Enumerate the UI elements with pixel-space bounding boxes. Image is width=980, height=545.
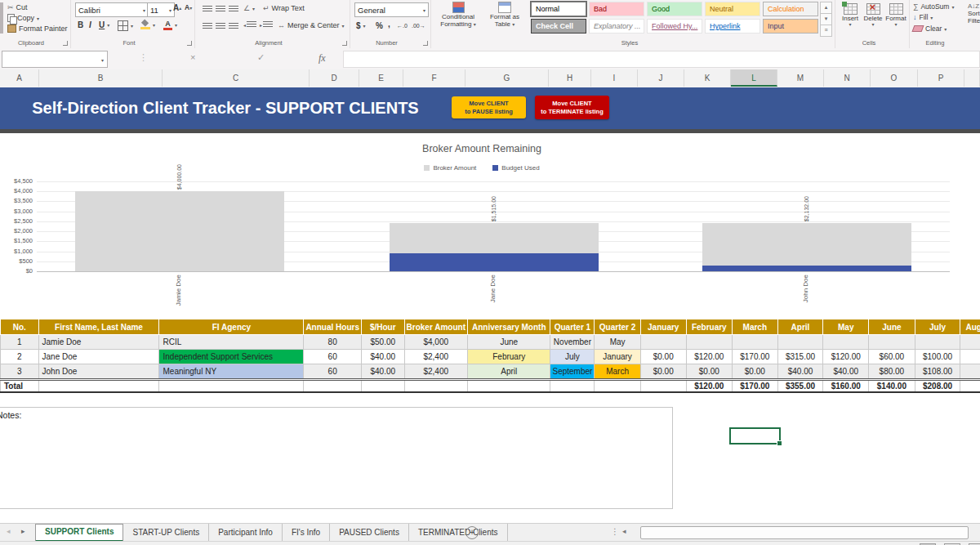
table-cell[interactable]: RCIL [159,335,304,350]
table-cell[interactable]: Jane Doe [38,350,159,364]
total-cell[interactable] [304,380,362,393]
table-cell[interactable]: July [550,350,595,364]
total-cell[interactable] [640,380,686,393]
merge-center-button[interactable]: ↔ Merge & Center ▾ [278,21,345,29]
copy-button[interactable]: Copy ▾ [7,14,39,22]
add-sheet-button[interactable]: + [466,526,479,539]
column-header-F[interactable]: F [403,69,466,87]
table-cell[interactable]: $170.00 [732,350,777,364]
total-cell[interactable] [404,380,467,393]
sheet-tab-fi-s-info[interactable]: FI's Info [283,524,330,541]
total-label-cell[interactable]: Total [1,380,39,393]
column-header-G[interactable]: G [466,69,549,87]
table-header-cell[interactable]: Anniversary Month [467,319,550,335]
table-header-cell[interactable]: May [823,319,869,335]
style-chip-followed-hy-[interactable]: Followed Hy... [647,19,702,34]
enter-button[interactable]: ✓ [257,52,265,63]
table-cell[interactable]: $40.00 [361,350,404,364]
table-header-cell[interactable]: April [777,319,823,335]
format-button[interactable]: Format ▾ [885,3,906,28]
font-name-select[interactable]: Calibri▾ [75,2,149,17]
column-header-E[interactable]: E [359,69,403,87]
table-header-cell[interactable]: Annual Hours [304,319,362,335]
fill-color-button[interactable]: ▾ [140,20,155,29]
table-cell[interactable]: 3 [1,364,39,380]
column-header-J[interactable]: J [638,69,684,87]
chart-area[interactable]: Broker Amount Remaining Broker AmountBud… [0,133,980,315]
total-cell[interactable] [960,380,980,393]
total-cell[interactable] [159,380,304,393]
column-header-A[interactable]: A [0,69,39,87]
dialog-launcher-icon[interactable] [187,41,192,46]
percent-button[interactable]: % [376,21,383,30]
table-header-cell[interactable]: No. [1,319,39,335]
column-header-I[interactable]: I [591,69,638,87]
align-top-icon[interactable] [203,6,212,12]
table-cell[interactable]: January [595,350,640,364]
table-cell[interactable]: March [595,364,640,380]
table-cell[interactable] [640,335,686,350]
style-chip-input[interactable]: Input [763,19,818,34]
total-cell[interactable]: $355.00 [777,380,823,393]
table-cell[interactable]: $0.00 [640,364,686,380]
more-handle-icon[interactable]: ⋮ [139,52,148,63]
column-header-O[interactable]: O [871,69,918,87]
style-chip-calculation[interactable]: Calculation [763,2,818,16]
align-middle-icon[interactable] [216,6,225,12]
column-header-L[interactable]: L [731,69,777,87]
table-cell[interactable]: $0.00 [686,364,732,380]
dialog-launcher-icon[interactable] [63,41,68,46]
paste-button-partial[interactable] [0,2,3,34]
column-header-C[interactable]: C [163,69,310,87]
table-cell[interactable]: 1 [1,335,39,350]
style-chip-neutral[interactable]: Neutral [705,2,760,16]
table-cell[interactable]: May [595,335,640,350]
sheet-tab-paused-clients[interactable]: PAUSED Clients [330,524,409,541]
grow-font-button[interactable]: A▴ [173,3,181,12]
move-to-terminate-button[interactable]: Move CLIENT to TERMINATE listing [535,96,609,119]
number-format-select[interactable]: General▾ [354,2,429,17]
insert-button[interactable]: Insert ▾ [840,3,861,28]
table-cell[interactable]: $2,400 [404,350,467,364]
table-cell[interactable] [777,335,823,350]
font-size-select[interactable]: 11▾ [147,2,175,17]
sheet-tab-support-clients[interactable]: SUPPORT Clients [35,524,123,542]
table-cell[interactable]: $0.00 [640,350,686,364]
table-header-cell[interactable]: $/Hour [361,319,404,335]
align-center-icon[interactable] [216,23,225,29]
table-cell[interactable]: $120.00 [823,350,869,364]
total-cell[interactable]: $170.00 [732,380,777,393]
table-cell[interactable]: $100.00 [915,350,960,364]
font-color-button[interactable]: A ▾ [163,20,177,29]
fill-button[interactable]: ↓ Fill ▾ [913,13,933,21]
table-cell[interactable] [686,335,732,350]
style-chip-check-cell[interactable]: Check Cell [531,19,586,34]
column-header-N[interactable]: N [824,69,871,87]
cancel-button[interactable]: × [190,52,195,62]
total-cell[interactable]: $120.00 [686,380,732,393]
total-cell[interactable]: $208.00 [915,380,960,393]
table-header-cell[interactable]: FI Agency [159,319,304,335]
table-header-cell[interactable]: Broker Amount [404,319,467,335]
decrease-indent-button[interactable]: ◂ [243,21,256,28]
table-cell[interactable]: $40.00 [777,364,823,380]
gallery-scroll-up-button[interactable]: ▴ [820,2,832,14]
scroll-left-button[interactable]: ◂ [622,527,626,535]
dialog-launcher-icon[interactable] [423,41,428,46]
format-painter-button[interactable]: Format Painter [7,25,68,33]
table-cell[interactable] [960,350,980,364]
increase-indent-button[interactable]: ▸ [260,21,273,28]
table-cell[interactable]: John Doe [38,364,159,380]
clear-button[interactable]: Clear ▾ [913,25,947,33]
bar-broker-amount[interactable] [390,223,599,253]
align-bottom-icon[interactable] [229,6,238,12]
style-chip-hyperlink[interactable]: Hyperlink [705,19,760,34]
total-cell[interactable] [38,380,159,393]
selected-cell[interactable] [729,427,781,444]
table-cell[interactable] [732,335,777,350]
column-header-B[interactable]: B [39,69,163,87]
autosum-button[interactable]: ∑ AutoSum ▾ [913,2,954,11]
bar-broker-amount[interactable] [75,191,284,271]
bar-budget-used[interactable] [702,266,911,271]
underline-button[interactable]: U ▾ [99,20,109,29]
